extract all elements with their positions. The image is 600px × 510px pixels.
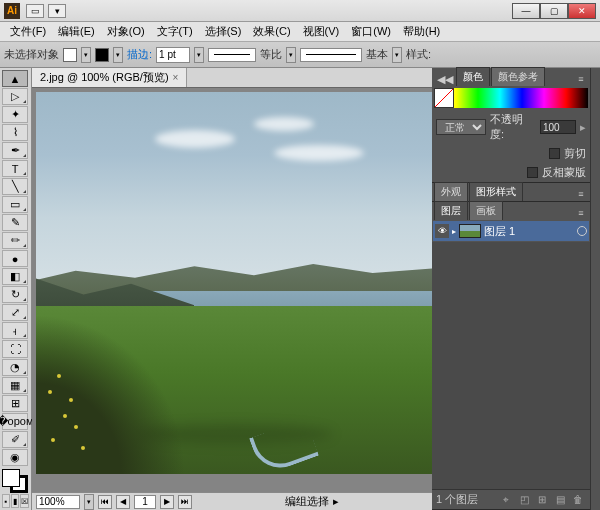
color-panel: ◀◀ 颜色 颜色参考 ≡ 正常 不透明度: ▸ 剪切 反相蒙版 bbox=[432, 68, 590, 183]
layer-thumbnail[interactable] bbox=[459, 224, 481, 238]
menu-view[interactable]: 视图(V) bbox=[297, 22, 346, 41]
fill-box[interactable] bbox=[2, 469, 20, 487]
color-spectrum[interactable] bbox=[434, 88, 588, 108]
shape-builder-tool[interactable]: ◔ bbox=[2, 359, 28, 376]
stroke-label[interactable]: 描边: bbox=[127, 47, 152, 62]
panel-menu-icon[interactable]: ≡ bbox=[574, 187, 588, 201]
appearance-tab[interactable]: 外观 bbox=[434, 182, 468, 201]
stroke-dropdown[interactable]: ▾ bbox=[113, 47, 123, 63]
menu-window[interactable]: 窗口(W) bbox=[345, 22, 397, 41]
lasso-tool[interactable]: ⌇ bbox=[2, 124, 28, 141]
stroke-weight-dropdown[interactable]: ▾ bbox=[194, 47, 204, 63]
color-tab[interactable]: 颜色 bbox=[456, 67, 490, 86]
layers-tab[interactable]: 图层 bbox=[434, 201, 468, 220]
free-transform-tool[interactable]: ⛶ bbox=[2, 340, 28, 357]
visibility-icon[interactable]: 👁 bbox=[435, 224, 449, 238]
menu-effect[interactable]: 效果(C) bbox=[247, 22, 296, 41]
menu-type[interactable]: 文字(T) bbox=[151, 22, 199, 41]
graphic-styles-tab[interactable]: 图形样式 bbox=[469, 182, 523, 201]
next-page-button[interactable]: ▶ bbox=[160, 495, 174, 509]
menu-edit[interactable]: 编辑(E) bbox=[52, 22, 101, 41]
fill-dropdown[interactable]: ▾ bbox=[81, 47, 91, 63]
color-mode[interactable]: ▪ bbox=[2, 494, 10, 508]
canvas-area[interactable] bbox=[32, 88, 432, 492]
panel-dock-edge[interactable] bbox=[590, 68, 600, 510]
stroke-weight-input[interactable] bbox=[156, 47, 190, 63]
make-clipping-mask-icon[interactable]: ◰ bbox=[516, 493, 532, 507]
rotate-tool[interactable]: ↻ bbox=[2, 286, 28, 303]
last-page-button[interactable]: ⏭ bbox=[178, 495, 192, 509]
eyedropper-tool[interactable]: ✐ bbox=[2, 431, 28, 448]
clip-checkbox[interactable] bbox=[549, 148, 560, 159]
width-tool[interactable]: ⫞ bbox=[2, 322, 28, 339]
magic-wand-tool[interactable]: ✦ bbox=[2, 106, 28, 123]
menu-select[interactable]: 选择(S) bbox=[199, 22, 248, 41]
blend-tool[interactable]: ◉ bbox=[2, 449, 28, 466]
fill-stroke-indicator[interactable] bbox=[2, 469, 28, 493]
zoom-dropdown[interactable]: ▾ bbox=[84, 494, 94, 510]
menubar: 文件(F) 编辑(E) 对象(O) 文字(T) 选择(S) 效果(C) 视图(V… bbox=[0, 22, 600, 42]
canvas[interactable] bbox=[36, 92, 432, 474]
stroke-swatch[interactable] bbox=[95, 48, 109, 62]
new-sublayer-icon[interactable]: ⊞ bbox=[534, 493, 550, 507]
panel-menu-icon[interactable]: ≡ bbox=[574, 206, 588, 220]
pen-tool[interactable]: ✒ bbox=[2, 142, 28, 159]
opacity-arrows-icon[interactable]: ▸ bbox=[580, 121, 586, 134]
none-mode[interactable]: ☒ bbox=[20, 494, 29, 508]
color-guide-tab[interactable]: 颜色参考 bbox=[491, 67, 545, 86]
invert-mask-checkbox[interactable] bbox=[527, 167, 538, 178]
target-icon[interactable] bbox=[577, 226, 587, 236]
uniform-label: 等比 bbox=[260, 47, 282, 62]
menu-help[interactable]: 帮助(H) bbox=[397, 22, 446, 41]
status-bar: ▾ ⏮ ◀ ▶ ⏭ 编组选择 ▸ bbox=[32, 492, 432, 510]
brush-dropdown[interactable]: ▾ bbox=[392, 47, 402, 63]
uniform-dropdown[interactable]: ▾ bbox=[286, 47, 296, 63]
delete-layer-icon[interactable]: 🗑 bbox=[570, 493, 586, 507]
gradient-tool[interactable]: �ором bbox=[2, 413, 28, 430]
layer-row[interactable]: 👁 ▸ 图层 1 bbox=[433, 221, 589, 241]
panel-collapse-icon[interactable]: ◀◀ bbox=[434, 73, 456, 86]
pencil-tool[interactable]: ✏ bbox=[2, 232, 28, 249]
menu-object[interactable]: 对象(O) bbox=[101, 22, 151, 41]
layout-button[interactable]: ▭ bbox=[26, 4, 44, 18]
panel-menu-icon[interactable]: ≡ bbox=[574, 72, 588, 86]
scale-tool[interactable]: ⤢ bbox=[2, 304, 28, 321]
locate-layer-icon[interactable]: ⌖ bbox=[498, 493, 514, 507]
first-page-button[interactable]: ⏮ bbox=[98, 495, 112, 509]
zoom-input[interactable] bbox=[36, 495, 80, 509]
document-tab[interactable]: 2.jpg @ 100% (RGB/预览) × bbox=[32, 68, 187, 87]
layout-dropdown[interactable]: ▾ bbox=[48, 4, 66, 18]
mesh-tool[interactable]: ⊞ bbox=[2, 395, 28, 412]
artboards-tab[interactable]: 画板 bbox=[469, 201, 503, 220]
type-tool[interactable]: T bbox=[2, 160, 28, 177]
page-input[interactable] bbox=[134, 495, 156, 509]
layer-name[interactable]: 图层 1 bbox=[484, 224, 515, 239]
stroke-profile[interactable] bbox=[208, 48, 256, 62]
expand-icon[interactable]: ▸ bbox=[452, 227, 456, 236]
paintbrush-tool[interactable]: ✎ bbox=[2, 214, 28, 231]
direct-selection-tool[interactable]: ▷ bbox=[2, 88, 28, 105]
gradient-mode[interactable]: ▮ bbox=[11, 494, 19, 508]
new-layer-icon[interactable]: ▤ bbox=[552, 493, 568, 507]
blend-mode-select[interactable]: 正常 bbox=[436, 119, 486, 135]
none-color-icon[interactable] bbox=[434, 88, 454, 108]
close-button[interactable]: ✕ bbox=[568, 3, 596, 19]
panels: ◀◀ 颜色 颜色参考 ≡ 正常 不透明度: ▸ 剪切 反相蒙版 bbox=[432, 68, 590, 510]
minimize-button[interactable]: — bbox=[512, 3, 540, 19]
perspective-grid-tool[interactable]: ▦ bbox=[2, 377, 28, 394]
brush-definition[interactable] bbox=[300, 48, 362, 62]
selection-tool[interactable]: ▲ bbox=[2, 70, 28, 87]
blob-brush-tool[interactable]: ● bbox=[2, 250, 28, 267]
prev-page-button[interactable]: ◀ bbox=[116, 495, 130, 509]
eraser-tool[interactable]: ◧ bbox=[2, 268, 28, 285]
maximize-button[interactable]: ▢ bbox=[540, 3, 568, 19]
status-arrow-icon[interactable]: ▸ bbox=[333, 495, 339, 508]
fill-swatch[interactable] bbox=[63, 48, 77, 62]
line-tool[interactable]: ╲ bbox=[2, 178, 28, 195]
menu-file[interactable]: 文件(F) bbox=[4, 22, 52, 41]
style-label: 样式: bbox=[406, 47, 431, 62]
toolbox: ▲ ▷ ✦ ⌇ ✒ T ╲ ▭ ✎ ✏ ● ◧ ↻ ⤢ ⫞ ⛶ ◔ ▦ ⊞ �о… bbox=[0, 68, 32, 510]
rectangle-tool[interactable]: ▭ bbox=[2, 196, 28, 213]
tab-close-icon[interactable]: × bbox=[173, 72, 179, 83]
opacity-input[interactable] bbox=[540, 120, 576, 134]
